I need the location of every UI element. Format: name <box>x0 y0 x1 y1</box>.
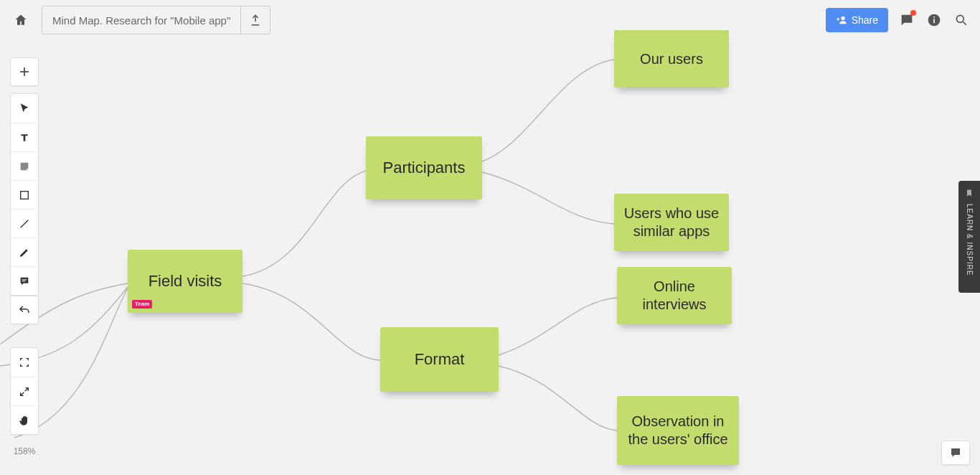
share-label: Share <box>852 14 878 26</box>
select-tool[interactable] <box>11 94 38 123</box>
chat-icon <box>948 446 963 459</box>
learn-inspire-tab[interactable]: LEARN & INSPIRE <box>958 181 980 293</box>
plus-icon <box>18 65 31 78</box>
svg-rect-3 <box>933 17 935 18</box>
zoom-level[interactable]: 158% <box>10 446 39 456</box>
undo-icon <box>18 304 31 317</box>
text-tool[interactable] <box>11 123 38 151</box>
frame-tool[interactable] <box>11 348 38 377</box>
svg-point-4 <box>956 15 963 22</box>
node-observation[interactable]: Observation in the users' office <box>617 396 739 465</box>
undo-tool[interactable] <box>11 296 38 325</box>
mindmap-edges <box>0 0 980 475</box>
frame-icon <box>19 357 30 368</box>
topbar: Mind Map. Research for "Mobile app" Shar… <box>0 0 980 40</box>
board-title-box: Mind Map. Research for "Mobile app" <box>42 6 270 34</box>
node-label: Observation in the users' office <box>626 413 730 448</box>
home-button[interactable] <box>10 9 32 31</box>
export-icon <box>249 14 262 27</box>
export-button[interactable] <box>241 6 270 34</box>
line-icon <box>19 218 30 230</box>
share-button[interactable]: Share <box>826 8 888 32</box>
info-icon <box>927 13 941 27</box>
node-online-interviews[interactable]: Online interviews <box>617 267 732 324</box>
tool-group-view <box>10 347 39 435</box>
tool-group-undo <box>10 296 39 324</box>
line-tool[interactable] <box>11 209 38 238</box>
search-button[interactable] <box>953 11 970 29</box>
search-icon <box>954 13 969 27</box>
node-label: Format <box>415 349 465 370</box>
chat-button[interactable] <box>941 441 970 465</box>
hand-tool[interactable] <box>11 405 38 434</box>
node-field-visits[interactable]: Field visits Team <box>128 250 242 313</box>
hand-icon <box>19 415 30 426</box>
shape-tool[interactable] <box>11 180 38 209</box>
node-tag: Team <box>132 300 152 309</box>
svg-rect-6 <box>22 279 27 280</box>
learn-inspire-label: LEARN & INSPIRE <box>966 204 974 276</box>
sticky-tool[interactable] <box>11 151 38 180</box>
notification-dot <box>910 10 916 16</box>
person-add-icon <box>836 14 847 26</box>
fullscreen-tool[interactable] <box>11 377 38 405</box>
canvas[interactable]: Field visits Team Participants Format Ou… <box>0 0 980 475</box>
text-icon <box>19 132 30 144</box>
node-format[interactable]: Format <box>380 327 499 392</box>
node-label: Our users <box>640 50 703 68</box>
node-participants[interactable]: Participants <box>366 136 482 199</box>
board-title[interactable]: Mind Map. Research for "Mobile app" <box>42 6 241 34</box>
comment-box-icon <box>19 276 30 287</box>
node-label: Field visits <box>149 271 222 291</box>
expand-icon <box>19 386 30 398</box>
add-tool[interactable] <box>10 57 39 86</box>
topbar-right: Share <box>826 0 970 40</box>
pen-icon <box>19 247 30 258</box>
svg-point-0 <box>841 17 844 20</box>
cursor-icon <box>19 103 30 114</box>
node-similar-apps[interactable]: Users who use similar apps <box>614 194 729 251</box>
sticky-icon <box>19 161 30 172</box>
bookmark-icon <box>965 188 974 198</box>
info-button[interactable] <box>925 11 943 29</box>
svg-rect-2 <box>933 19 935 23</box>
tool-group-main <box>10 93 39 296</box>
svg-rect-7 <box>22 281 26 281</box>
comment-tool[interactable] <box>11 266 38 295</box>
node-label: Online interviews <box>626 278 723 314</box>
node-label: Participants <box>383 158 466 178</box>
home-icon <box>14 13 28 27</box>
square-icon <box>19 189 30 201</box>
svg-rect-5 <box>21 191 29 199</box>
comments-button[interactable] <box>898 11 915 29</box>
pen-tool[interactable] <box>11 238 38 266</box>
node-label: Users who use similar apps <box>623 204 720 240</box>
